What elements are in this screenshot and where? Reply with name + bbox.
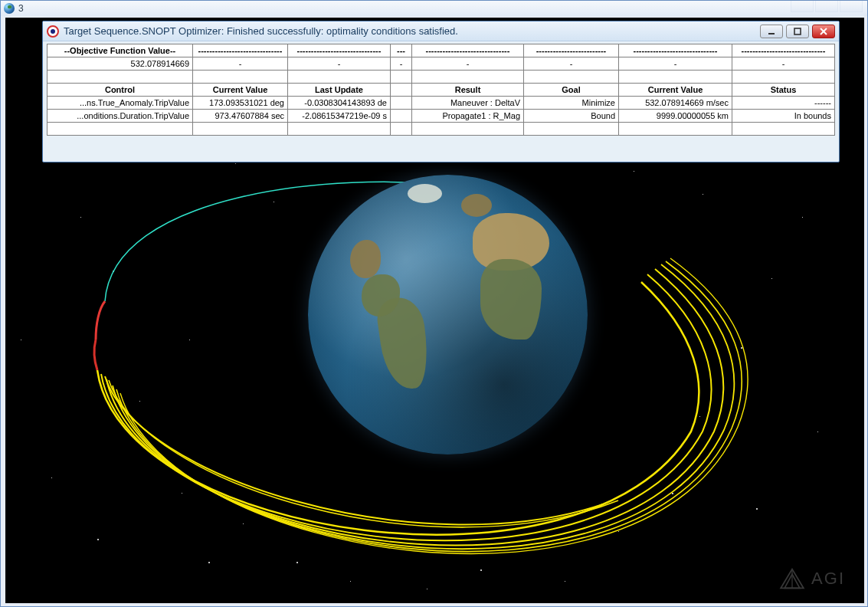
cell-goal: Bound <box>524 110 619 123</box>
header-goal: Goal <box>524 84 619 97</box>
app-icon <box>4 3 15 14</box>
optimizer-titlebar[interactable]: Target Sequence.SNOPT Optimizer: Finishe… <box>43 21 839 41</box>
svg-rect-2 <box>794 28 801 34</box>
cell-last-update: -2.08615347219e-09 s <box>288 110 391 123</box>
cell-status: ------ <box>732 97 835 110</box>
cell-status: In bounds <box>732 110 835 123</box>
earth-globe <box>308 175 588 454</box>
cell-goal: Minimize <box>524 97 619 110</box>
objective-value: 532.078914669 <box>47 57 193 71</box>
table-row: ...ns.True_Anomaly.TripValue 173.0935310… <box>47 97 835 110</box>
optimizer-window: Target Sequence.SNOPT Optimizer: Finishe… <box>42 21 840 162</box>
cell-current-value2: 532.078914669 m/sec <box>619 97 732 110</box>
agi-logo: AGI <box>779 568 845 589</box>
header-result: Result <box>412 84 524 97</box>
cell-result: Maneuver : DeltaV <box>412 97 524 110</box>
agi-logo-text: AGI <box>811 569 845 589</box>
close-button[interactable] <box>812 25 835 38</box>
optimizer-window-title: Target Sequence.SNOPT Optimizer: Finishe… <box>64 25 458 37</box>
header-current-value: Current Value <box>193 84 288 97</box>
optimizer-results-table: --Objective Function Value-- -----------… <box>47 44 835 136</box>
header-control: Control <box>47 84 193 97</box>
cell-current-value: 173.093531021 deg <box>193 97 288 110</box>
outer-window-title: 3 <box>18 3 24 14</box>
outer-minimize-button[interactable] <box>791 1 814 12</box>
minimize-button[interactable] <box>760 25 783 38</box>
agi-triangle-icon <box>779 568 805 589</box>
cell-control: ...ns.True_Anomaly.TripValue <box>47 97 193 110</box>
cell-current-value: 973.47607884 sec <box>193 110 288 123</box>
objective-header-row: --Objective Function Value-- -----------… <box>47 44 835 57</box>
cell-last-update: -0.0308304143893 de <box>288 97 391 110</box>
outer-close-button[interactable] <box>840 1 863 12</box>
objective-value-row: 532.078914669 - - - - - - - <box>47 57 835 71</box>
spacer-row <box>47 123 835 136</box>
column-headers-row: Control Current Value Last Update Result… <box>47 84 835 97</box>
spacer-row <box>47 71 835 84</box>
cell-control: ...onditions.Duration.TripValue <box>47 110 193 123</box>
header-status: Status <box>732 84 835 97</box>
objective-label: --Objective Function Value-- <box>47 44 193 57</box>
header-current-value2: Current Value <box>619 84 732 97</box>
outer-maximize-button[interactable] <box>815 1 838 12</box>
optimizer-target-icon <box>47 25 59 38</box>
cell-current-value2: 9999.00000055 km <box>619 110 732 123</box>
header-last-update: Last Update <box>288 84 391 97</box>
maximize-button[interactable] <box>786 25 809 38</box>
cell-result: Propagate1 : R_Mag <box>412 110 524 123</box>
outer-window-titlebar[interactable]: 3 <box>1 1 867 16</box>
table-row: ...onditions.Duration.TripValue 973.4760… <box>47 110 835 123</box>
